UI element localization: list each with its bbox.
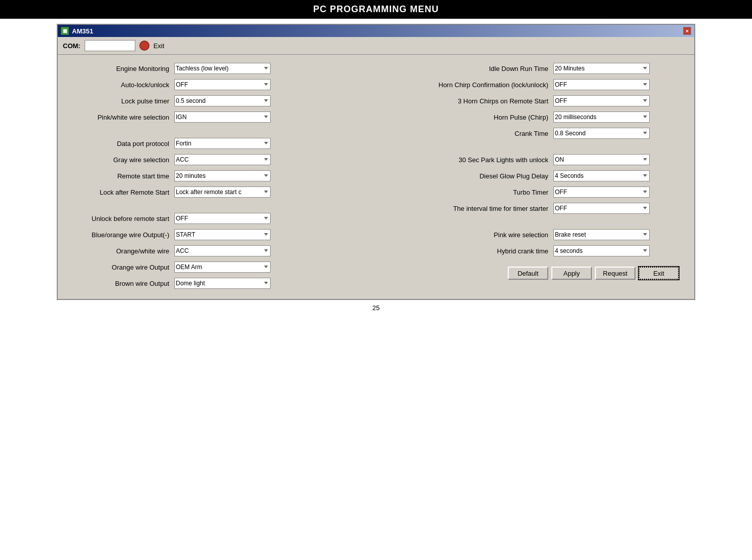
spacer-4 xyxy=(381,219,689,229)
select-horn-chirp-confirm[interactable]: OFF xyxy=(553,79,650,90)
label-lock-pulse: Lock pulse timer xyxy=(63,97,174,105)
label-blue-orange: Blue/orange wire Output(-) xyxy=(63,231,174,239)
label-auto-lock: Auto-lock/unlock xyxy=(63,81,174,89)
select-3horn[interactable]: OFF xyxy=(553,95,650,106)
select-unlock-before[interactable]: OFF xyxy=(174,213,271,224)
select-gray-wire[interactable]: ACC xyxy=(174,154,271,165)
label-crank-time: Crank Time xyxy=(381,130,553,137)
select-brown-output[interactable]: Dome light xyxy=(174,278,271,289)
label-3horn: 3 Horn Chirps on Remote Start xyxy=(381,97,553,105)
window-close-button[interactable]: × xyxy=(683,27,691,35)
select-engine-monitoring[interactable]: Tachless (low level) xyxy=(174,63,271,74)
left-panel: Engine Monitoring Tachless (low level) A… xyxy=(63,63,371,294)
spacer-2 xyxy=(63,203,371,213)
label-orange-output: Orange wire Output xyxy=(63,264,174,271)
select-orange-white[interactable]: ACC xyxy=(174,245,271,256)
form-group-unlock-before: Unlock before remote start OFF xyxy=(63,213,371,224)
label-engine-monitoring: Engine Monitoring xyxy=(63,65,174,72)
form-group-blue-orange: Blue/orange wire Output(-) START xyxy=(63,229,371,240)
select-auto-lock[interactable]: OFF xyxy=(174,79,271,90)
form-group-lock-after: Lock after Remote Start Lock after remot… xyxy=(63,186,371,198)
form-group-crank-time: Crank Time 0.8 Second xyxy=(381,128,689,139)
form-group-lock-pulse: Lock pulse timer 0.5 second xyxy=(63,95,371,106)
form-group-pink-wire: Pink wire selection Brake reset xyxy=(381,229,689,240)
select-lock-pulse[interactable]: 0.5 second xyxy=(174,95,271,106)
form-group-3horn: 3 Horn Chirps on Remote Start OFF xyxy=(381,95,689,106)
select-blue-orange[interactable]: START xyxy=(174,229,271,240)
title-bar-left: ▦ AM351 xyxy=(61,27,93,35)
form-group-data-port: Data port protocol Fortin xyxy=(63,138,371,149)
select-remote-start-time[interactable]: 20 minutes xyxy=(174,170,271,181)
label-remote-start-time: Remote start time xyxy=(63,172,174,180)
bottom-buttons: Default Apply Request Exit xyxy=(381,262,689,287)
form-group-interval: The interval time for timer starter OFF xyxy=(381,203,689,214)
label-turbo: Turbo Timer xyxy=(381,189,553,196)
default-button[interactable]: Default xyxy=(508,267,548,280)
label-pink-white: Pink/white wire selection xyxy=(63,114,174,121)
title-bar: ▦ AM351 × xyxy=(58,25,694,37)
exit-button[interactable]: Exit xyxy=(638,267,679,280)
form-group-brown-output: Brown wire Output Dome light xyxy=(63,278,371,289)
select-horn-pulse[interactable]: 20 milliseconds xyxy=(553,111,650,123)
select-pink-white[interactable]: IGN xyxy=(174,111,271,123)
select-hybrid-crank[interactable]: 4 seconds xyxy=(553,245,650,256)
app-icon: ▦ xyxy=(61,27,69,35)
select-orange-output[interactable]: OEM Arm xyxy=(174,262,271,273)
main-content: Engine Monitoring Tachless (low level) A… xyxy=(58,55,694,299)
window-title: AM351 xyxy=(72,27,93,35)
form-group-30sec: 30 Sec Park Lights with unlock ON xyxy=(381,154,689,165)
page-number: 25 xyxy=(372,300,380,317)
right-panel: Idle Down Run Time 20 Minutes Horn Chirp… xyxy=(381,63,689,294)
stop-button[interactable] xyxy=(139,41,149,51)
label-30sec: 30 Sec Park Lights with unlock xyxy=(381,156,553,164)
select-diesel[interactable]: 4 Seconds xyxy=(553,170,650,181)
spacer-1 xyxy=(63,128,371,138)
form-group-horn-chirp-confirm: Horn Chirp Confirmation (lock/unlock) OF… xyxy=(381,79,689,90)
select-30sec[interactable]: ON xyxy=(553,154,650,165)
select-turbo[interactable]: OFF xyxy=(553,186,650,198)
form-group-engine-monitoring: Engine Monitoring Tachless (low level) xyxy=(63,63,371,74)
form-group-hybrid-crank: Hybrid crank time 4 seconds xyxy=(381,245,689,256)
label-horn-chirp-confirm: Horn Chirp Confirmation (lock/unlock) xyxy=(381,81,553,89)
select-interval[interactable]: OFF xyxy=(553,203,650,214)
label-hybrid-crank: Hybrid crank time xyxy=(381,247,553,255)
request-button[interactable]: Request xyxy=(595,267,635,280)
label-data-port: Data port protocol xyxy=(63,140,174,147)
form-group-orange-white: Orange/white wire ACC xyxy=(63,245,371,256)
select-data-port[interactable]: Fortin xyxy=(174,138,271,149)
page-title: PC PROGRAMMING MENU xyxy=(0,0,752,19)
select-lock-after[interactable]: Lock after remote start c xyxy=(174,186,271,198)
form-group-horn-pulse: Horn Pulse (Chirp) 20 milliseconds xyxy=(381,111,689,123)
form-group-diesel: Diesel Glow Plug Delay 4 Seconds xyxy=(381,170,689,181)
select-idle-down[interactable]: 20 Minutes xyxy=(553,63,650,74)
select-pink-wire[interactable]: Brake reset xyxy=(553,229,650,240)
label-horn-pulse: Horn Pulse (Chirp) xyxy=(381,114,553,121)
label-interval: The interval time for timer starter xyxy=(381,205,553,212)
label-unlock-before: Unlock before remote start xyxy=(63,215,174,222)
label-gray-wire: Gray wire selection xyxy=(63,156,174,164)
label-lock-after: Lock after Remote Start xyxy=(63,189,174,196)
form-group-auto-lock: Auto-lock/unlock OFF xyxy=(63,79,371,90)
label-orange-white: Orange/white wire xyxy=(63,247,174,255)
form-group-idle-down: Idle Down Run Time 20 Minutes xyxy=(381,63,689,74)
com-label: COM: xyxy=(63,42,81,50)
apply-button[interactable]: Apply xyxy=(551,267,592,280)
select-crank-time[interactable]: 0.8 Second xyxy=(553,128,650,139)
form-group-orange-output: Orange wire Output OEM Arm xyxy=(63,262,371,273)
form-group-gray-wire: Gray wire selection ACC xyxy=(63,154,371,165)
form-group-remote-start-time: Remote start time 20 minutes xyxy=(63,170,371,181)
label-idle-down: Idle Down Run Time xyxy=(381,65,553,72)
toolbar: COM: Exit xyxy=(58,37,694,55)
label-brown-output: Brown wire Output xyxy=(63,280,174,287)
label-diesel: Diesel Glow Plug Delay xyxy=(381,172,553,180)
com-select[interactable] xyxy=(85,40,135,51)
form-group-pink-white: Pink/white wire selection IGN xyxy=(63,111,371,123)
main-window: ▦ AM351 × COM: Exit Engine Monitoring Ta… xyxy=(57,24,695,300)
spacer-3 xyxy=(381,144,689,154)
toolbar-exit-label[interactable]: Exit xyxy=(154,42,165,50)
form-group-turbo: Turbo Timer OFF xyxy=(381,186,689,198)
label-pink-wire: Pink wire selection xyxy=(381,231,553,239)
